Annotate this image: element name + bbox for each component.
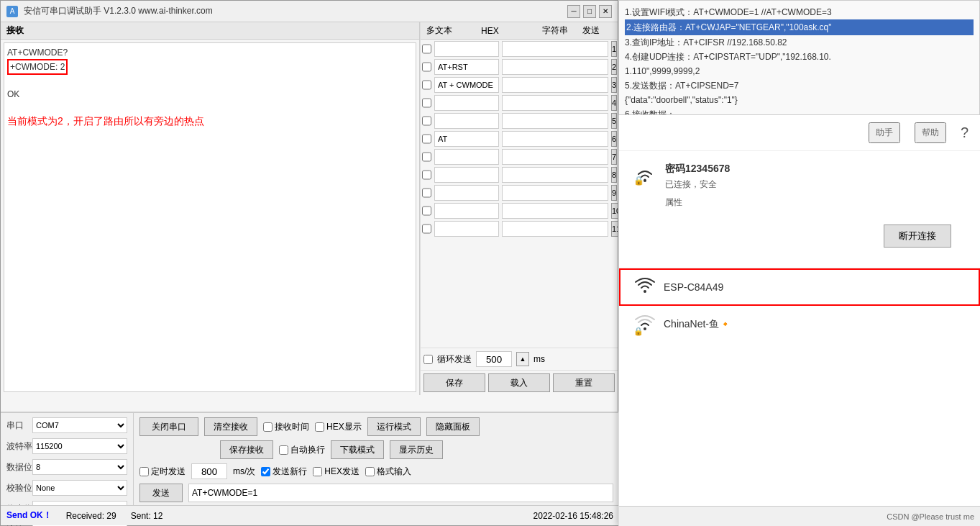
multi-text-4[interactable] xyxy=(502,95,608,111)
minimize-button[interactable]: ─ xyxy=(567,5,580,18)
receive-area[interactable]: AT+CWMODE? +CWMODE: 2 OK 当前模式为2，开启了路由所以有… xyxy=(4,42,416,392)
hex-send-check[interactable] xyxy=(313,467,322,476)
multi-send-4[interactable]: 4 xyxy=(611,95,617,111)
auto-newline-check[interactable] xyxy=(279,445,288,455)
multi-hex-3[interactable] xyxy=(434,77,499,93)
multi-text-3[interactable] xyxy=(502,77,608,93)
multi-text-5[interactable] xyxy=(502,113,608,129)
multi-check-1[interactable] xyxy=(422,44,431,54)
close-button[interactable]: ✕ xyxy=(599,5,612,18)
multi-text-1[interactable] xyxy=(502,41,608,57)
recv-time-label[interactable]: 接收时间 xyxy=(263,421,309,433)
multi-check-7[interactable] xyxy=(422,152,431,162)
send-input[interactable] xyxy=(188,484,613,502)
open-port-btn[interactable]: 关闭串口 xyxy=(139,417,198,436)
properties-link[interactable]: 属性 xyxy=(665,196,966,209)
multi-send-11[interactable]: 11 xyxy=(611,221,618,237)
loop-up-btn[interactable]: ▲ xyxy=(516,352,529,366)
show-history-btn[interactable]: 显示历史 xyxy=(390,440,443,459)
disconnect-btn[interactable]: 断开连接 xyxy=(884,225,951,248)
multi-check-6[interactable] xyxy=(422,134,431,144)
multi-hex-9[interactable] xyxy=(434,185,499,201)
multi-send-10[interactable]: 10 xyxy=(611,203,618,219)
multi-text-7[interactable] xyxy=(502,149,608,165)
wifi-item-esp[interactable]: ESP-C84A49 xyxy=(619,268,980,306)
format-input-label[interactable]: 格式输入 xyxy=(365,466,411,478)
multi-text-9[interactable] xyxy=(502,185,608,201)
multi-hex-4[interactable] xyxy=(434,95,499,111)
parity-row: 校验位 None xyxy=(6,480,127,496)
multi-send-5[interactable]: 5 xyxy=(611,113,617,129)
multi-check-8[interactable] xyxy=(422,170,431,180)
at-item-1: 1.设置WIFI模式：AT+CWMODE=1 //AT+CWMODE=3 xyxy=(625,5,974,19)
clear-recv-btn[interactable]: 清空接收 xyxy=(204,417,257,436)
multi-hex-5[interactable] xyxy=(434,113,499,129)
multi-check-3[interactable] xyxy=(422,80,431,90)
help-btn[interactable]: 帮助 xyxy=(915,122,946,143)
multi-hex-2[interactable] xyxy=(434,59,499,75)
wifi-question-icon[interactable]: ? xyxy=(961,124,968,141)
multi-hex-6[interactable] xyxy=(434,131,499,147)
loop-interval-input[interactable] xyxy=(476,351,512,367)
maximize-button[interactable]: □ xyxy=(583,5,596,18)
multi-check-4[interactable] xyxy=(422,98,431,108)
multi-check-11[interactable] xyxy=(422,224,431,234)
save-multitext-btn[interactable]: 保存 xyxy=(423,373,485,392)
multi-row-3: 3 xyxy=(422,77,616,93)
baud-select[interactable]: 115200 xyxy=(32,438,127,454)
multi-hex-8[interactable] xyxy=(434,167,499,183)
multi-send-1[interactable]: 1 xyxy=(611,41,617,57)
format-input-check[interactable] xyxy=(365,467,375,476)
multi-text-2[interactable] xyxy=(502,59,608,75)
databits-select[interactable]: 8 xyxy=(32,459,127,475)
send-main-btn[interactable]: 发送 xyxy=(139,484,183,502)
multi-hex-10[interactable] xyxy=(434,203,499,219)
hex-col-label: HEX xyxy=(481,26,499,36)
lock-icon: 🔒 xyxy=(633,176,644,186)
hex-show-check[interactable] xyxy=(315,422,324,432)
auto-newline-label[interactable]: 自动换行 xyxy=(279,444,325,456)
multi-send-8[interactable]: 8 xyxy=(611,167,617,183)
multi-text-11[interactable] xyxy=(502,221,608,237)
run-mode-btn[interactable]: 运行模式 xyxy=(367,417,421,436)
multi-send-9[interactable]: 9 xyxy=(611,185,617,201)
multi-send-6[interactable]: 6 xyxy=(611,131,617,147)
port-select[interactable]: COM7 xyxy=(32,417,127,433)
chinanet-lock-icon: 🔒 xyxy=(633,327,644,336)
download-mode-btn[interactable]: 下载模式 xyxy=(331,440,384,459)
multi-send-3[interactable]: 3 xyxy=(611,77,617,93)
multi-check-9[interactable] xyxy=(422,188,431,198)
timed-send-check[interactable] xyxy=(139,467,149,476)
hex-show-label[interactable]: HEX显示 xyxy=(315,421,362,433)
multi-hex-11[interactable] xyxy=(434,221,499,237)
multi-text-6[interactable] xyxy=(502,131,608,147)
assistant-btn[interactable]: 助手 xyxy=(869,122,900,143)
multitext-header: 多文本 xyxy=(426,24,452,37)
multi-check-2[interactable] xyxy=(422,62,431,72)
multi-hex-7[interactable] xyxy=(434,149,499,165)
port-row: 串口 COM7 xyxy=(6,417,127,433)
load-multitext-btn[interactable]: 载入 xyxy=(488,373,550,392)
reset-multitext-btn[interactable]: 重置 xyxy=(553,373,615,392)
wifi-item-chinanet[interactable]: 🔒 ChinaNet-鱼🔸 xyxy=(619,306,980,343)
send-col-label: 发送 xyxy=(582,24,600,37)
loop-send-checkbox[interactable] xyxy=(423,355,433,364)
hide-panel-btn[interactable]: 隐藏面板 xyxy=(426,417,480,436)
send-newline-check[interactable] xyxy=(261,467,270,476)
hex-send-label[interactable]: HEX发送 xyxy=(313,466,360,478)
timed-send-label[interactable]: 定时发送 xyxy=(139,466,186,478)
multi-send-2[interactable]: 2 xyxy=(611,59,617,75)
recv-time-check[interactable] xyxy=(263,422,273,432)
multi-hex-1[interactable] xyxy=(434,41,499,57)
multi-text-8[interactable] xyxy=(502,167,608,183)
multi-check-10[interactable] xyxy=(422,206,431,216)
send-newline-label[interactable]: 发送新行 xyxy=(261,466,307,478)
multi-send-7[interactable]: 7 xyxy=(611,149,617,165)
parity-select[interactable]: None xyxy=(32,480,127,496)
timed-interval-input[interactable] xyxy=(191,463,227,479)
multi-text-10[interactable] xyxy=(502,203,608,219)
save-recv-btn[interactable]: 保存接收 xyxy=(220,440,273,459)
ctrl-row-4: 发送 xyxy=(139,484,613,502)
receive-message: 当前模式为2，开启了路由所以有旁边的热点 xyxy=(7,115,413,128)
multi-check-5[interactable] xyxy=(422,116,431,126)
